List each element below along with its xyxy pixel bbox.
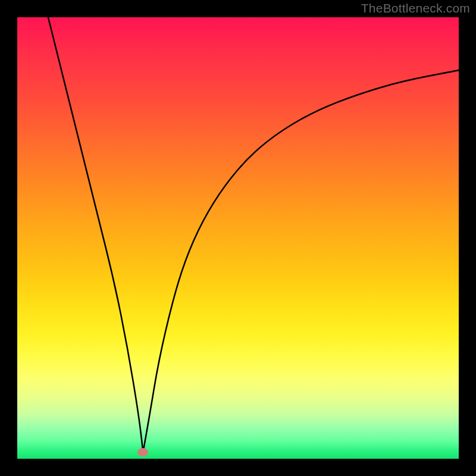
bottleneck-marker <box>137 448 148 456</box>
watermark-text: TheBottleneck.com <box>361 1 470 15</box>
bottleneck-curve <box>17 17 459 459</box>
plot-area <box>17 17 459 459</box>
